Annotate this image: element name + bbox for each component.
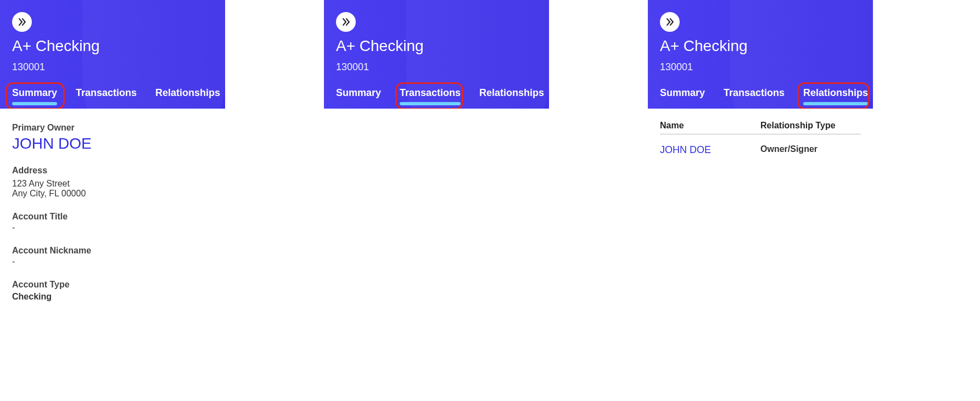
table-row: JOHN DOE Owner/Signer: [660, 144, 861, 156]
tab-summary[interactable]: Summary: [336, 87, 381, 104]
account-number: 130001: [12, 61, 45, 73]
transactions-content: [324, 109, 549, 133]
expand-button[interactable]: [660, 12, 680, 32]
expand-button[interactable]: [12, 12, 32, 32]
account-title: A+ Checking: [660, 37, 748, 55]
double-chevron-right-icon: [340, 16, 351, 27]
account-title-value: -: [12, 223, 213, 233]
panel-transactions: A+ Checking 130001 Summary Transactions …: [324, 0, 549, 401]
primary-owner-name[interactable]: JOHN DOE: [12, 135, 213, 153]
account-header: A+ Checking 130001 Summary Transactions …: [324, 0, 549, 109]
account-nickname-value: -: [12, 257, 213, 267]
relationship-type: Owner/Signer: [760, 144, 861, 156]
account-nickname-label: Account Nickname: [12, 246, 213, 256]
tab-transactions[interactable]: Transactions: [400, 87, 461, 104]
tab-summary[interactable]: Summary: [12, 87, 57, 104]
account-number: 130001: [336, 61, 369, 73]
expand-button[interactable]: [336, 12, 356, 32]
relationships-table: Name Relationship Type JOHN DOE Owner/Si…: [660, 121, 861, 156]
tab-row: Summary Transactions Relationships: [336, 82, 549, 109]
account-title-label: Account Title: [12, 212, 213, 222]
account-number: 130001: [660, 61, 693, 73]
tab-transactions[interactable]: Transactions: [76, 87, 137, 104]
account-title: A+ Checking: [12, 37, 100, 55]
panel-summary: A+ Checking 130001 Summary Transactions …: [0, 0, 225, 401]
account-header: A+ Checking 130001 Summary Transactions …: [648, 0, 873, 109]
primary-owner-label: Primary Owner: [12, 123, 213, 133]
tab-relationships[interactable]: Relationships: [155, 87, 220, 104]
address-label: Address: [12, 166, 213, 176]
account-header: A+ Checking 130001 Summary Transactions …: [0, 0, 225, 109]
panel-relationships: A+ Checking 130001 Summary Transactions …: [648, 0, 873, 401]
relationship-name[interactable]: JOHN DOE: [660, 144, 760, 156]
double-chevron-right-icon: [664, 16, 675, 27]
col-type: Relationship Type: [760, 121, 861, 131]
tab-relationships[interactable]: Relationships: [479, 87, 544, 104]
col-name: Name: [660, 121, 760, 131]
summary-content: Primary Owner JOHN DOE Address 123 Any S…: [0, 109, 225, 314]
tab-summary[interactable]: Summary: [660, 87, 705, 104]
table-header: Name Relationship Type: [660, 121, 861, 134]
tab-row: Summary Transactions Relationships: [660, 82, 873, 109]
relationships-content: Name Relationship Type JOHN DOE Owner/Si…: [648, 109, 873, 168]
tab-relationships[interactable]: Relationships: [803, 87, 868, 104]
address-line1: 123 Any Street: [12, 179, 213, 189]
account-type-value: Checking: [12, 292, 213, 302]
tab-row: Summary Transactions Relationships: [12, 82, 225, 109]
account-title: A+ Checking: [336, 37, 424, 55]
address-value: 123 Any Street Any City, FL 00000: [12, 179, 213, 199]
account-type-label: Account Type: [12, 280, 213, 290]
double-chevron-right-icon: [16, 16, 27, 27]
tab-transactions[interactable]: Transactions: [724, 87, 785, 104]
address-line2: Any City, FL 00000: [12, 189, 213, 199]
